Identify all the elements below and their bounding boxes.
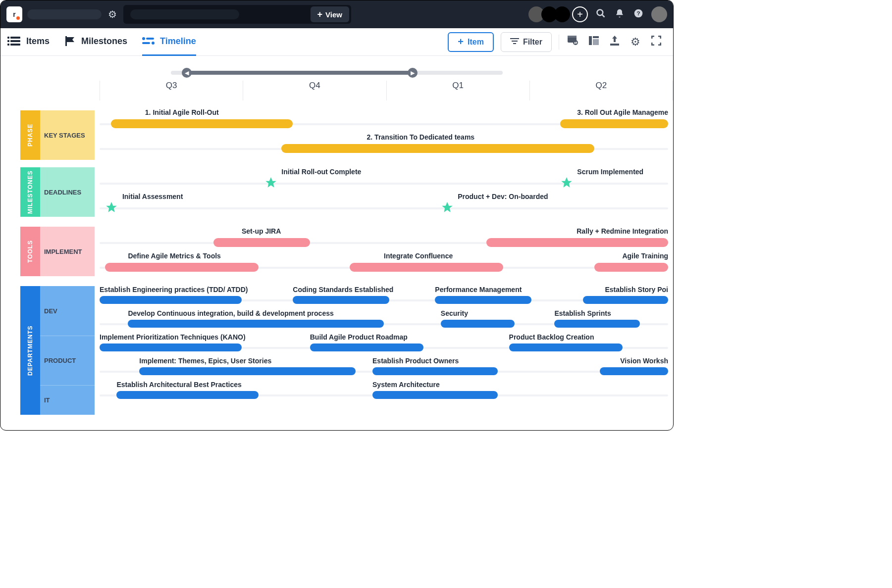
- tab-timeline[interactable]: Timeline: [142, 28, 196, 56]
- bar-label: Integrate Confluence: [384, 252, 453, 260]
- bar-label: Establish Engineering practices (TDD/ AT…: [100, 286, 248, 294]
- user-avatar[interactable]: [651, 6, 667, 22]
- timeline-row: Establish Architectural Best PracticesSy…: [100, 379, 668, 402]
- fullscreen-icon[interactable]: [649, 36, 663, 48]
- add-view-button[interactable]: + View: [311, 6, 349, 22]
- svg-rect-7: [142, 42, 150, 44]
- timeline-row: Initial Roll-out Complete Scrum Implemen…: [100, 165, 668, 190]
- timeline-bar[interactable]: [128, 320, 384, 328]
- avatar[interactable]: [554, 6, 570, 22]
- lane-tab: MILESTONES: [20, 167, 40, 217]
- lane-tab: DEPARTMENTS: [20, 286, 40, 415]
- bar-label: Build Agile Product Roadmap: [310, 333, 408, 341]
- search-icon[interactable]: [595, 8, 607, 21]
- timeline-bar[interactable]: [554, 320, 639, 328]
- milestone-label: Initial Roll-out Complete: [281, 168, 361, 176]
- workspace-pill[interactable]: [27, 9, 102, 19]
- timeline-bar[interactable]: [281, 144, 594, 153]
- scrubber-handle-left[interactable]: ◀: [182, 68, 192, 78]
- bar-label: Develop Continuous integration, build & …: [128, 309, 333, 317]
- timeline-bar[interactable]: [350, 263, 503, 272]
- timeline-bar[interactable]: [213, 238, 310, 247]
- gear-icon[interactable]: ⚙: [106, 8, 118, 20]
- timeline-row: 1. Initial Agile Roll-Out 3. Roll Out Ag…: [100, 105, 668, 130]
- timeline-bar[interactable]: [116, 391, 259, 399]
- dept-rows: Establish Engineering practices (TDD/ AT…: [100, 284, 668, 402]
- timeline-bar[interactable]: [486, 238, 668, 247]
- timeline-bar[interactable]: [600, 367, 668, 375]
- timeline-bar[interactable]: [105, 263, 259, 272]
- svg-rect-19: [610, 44, 619, 46]
- timeline-bar[interactable]: [560, 119, 668, 128]
- milestone-star[interactable]: [105, 201, 118, 214]
- tools-rows: Set-up JIRA Rally + Redmine Integration …: [100, 224, 668, 274]
- layout-icon[interactable]: [587, 36, 601, 48]
- svg-rect-13: [568, 36, 577, 38]
- milestone-star[interactable]: [441, 201, 454, 214]
- timeline-bar[interactable]: [594, 263, 668, 272]
- time-header: Q3: [100, 81, 243, 100]
- export-icon[interactable]: [608, 36, 622, 48]
- view-label: View: [325, 10, 342, 19]
- timeline-bar[interactable]: [583, 296, 668, 304]
- bar-label: Establish Product Owners: [372, 357, 459, 365]
- bar-label: Agile Training: [622, 252, 668, 260]
- milestone-label: Scrum Implemented: [577, 168, 643, 176]
- search-bar[interactable]: + View: [123, 5, 351, 24]
- timeline-bar[interactable]: [310, 343, 424, 351]
- svg-point-0: [597, 9, 603, 15]
- flag-icon: [64, 36, 76, 46]
- time-headers: Q3 Q4 Q1 Q2: [100, 81, 673, 100]
- timeline-bar[interactable]: [293, 296, 389, 304]
- filter-button[interactable]: Filter: [501, 32, 552, 52]
- settings-icon[interactable]: ⚙: [629, 36, 642, 49]
- timeline-bar[interactable]: [372, 367, 498, 375]
- tab-items[interactable]: Items: [10, 28, 50, 56]
- lane-box-dev[interactable]: DEV: [40, 286, 95, 336]
- timeline-row: Initial Assessment Product + Dev: On-boa…: [100, 190, 668, 214]
- timeline-bar[interactable]: [139, 367, 355, 375]
- lane-box[interactable]: KEY STAGES: [40, 110, 95, 160]
- help-icon[interactable]: ?: [632, 8, 644, 21]
- timeline-bar[interactable]: [100, 343, 242, 351]
- tab-milestones[interactable]: Milestones: [64, 28, 127, 56]
- lane-box[interactable]: IMPLEMENT: [40, 227, 95, 276]
- timeline-bar[interactable]: [509, 343, 623, 351]
- bar-label: Product Backlog Creation: [509, 333, 594, 341]
- timeline-bar[interactable]: [111, 119, 293, 128]
- bar-label: Define Agile Metrics & Tools: [128, 252, 220, 260]
- timeline-bar[interactable]: [100, 296, 242, 304]
- bar-label: Performance Management: [435, 286, 522, 294]
- bar-label: Establish Architectural Best Practices: [116, 381, 241, 389]
- app-logo[interactable]: r: [6, 6, 22, 22]
- bar-label: Establish Story Poi: [605, 286, 668, 294]
- bar-label: 2. Transition To Dedicated teams: [367, 133, 475, 141]
- svg-text:?: ?: [636, 10, 640, 16]
- milestone-star[interactable]: [264, 177, 277, 190]
- milestone-label: Product + Dev: On-boarded: [458, 193, 548, 200]
- timeline-bar[interactable]: [372, 391, 498, 399]
- add-member-button[interactable]: +: [572, 6, 588, 22]
- add-item-button[interactable]: + Item: [448, 32, 494, 52]
- lane-box-it[interactable]: IT: [40, 385, 95, 415]
- milestone-star[interactable]: [560, 177, 573, 190]
- link-icon[interactable]: ⇄: [566, 36, 580, 48]
- lane-box-product[interactable]: PRODUCT: [40, 336, 95, 385]
- lane-box[interactable]: DEADLINES: [40, 167, 95, 217]
- scrubber-track[interactable]: ◀ ▶: [171, 71, 503, 75]
- avatar-group[interactable]: +: [528, 6, 588, 22]
- scrubber-handle-right[interactable]: ▶: [408, 68, 418, 78]
- bar-label: Set-up JIRA: [242, 227, 281, 235]
- bell-icon[interactable]: [614, 8, 626, 21]
- timeline-row: Implement Prioritization Techniques (KAN…: [100, 331, 668, 355]
- milestone-rows: Initial Roll-out Complete Scrum Implemen…: [100, 165, 668, 214]
- tab-label: Milestones: [81, 36, 127, 47]
- timeline-bar[interactable]: [441, 320, 515, 328]
- timeline-row: Implement: Themes, Epics, User StoriesEs…: [100, 355, 668, 379]
- swimlane-milestones: MILESTONES DEADLINES: [20, 167, 95, 217]
- timeline-bar[interactable]: [435, 296, 531, 304]
- time-header: Q2: [529, 81, 673, 100]
- time-scrubber: ◀ ▶: [0, 56, 673, 81]
- button-label: Filter: [523, 38, 542, 47]
- timeline-row: Set-up JIRA Rally + Redmine Integration: [100, 224, 668, 249]
